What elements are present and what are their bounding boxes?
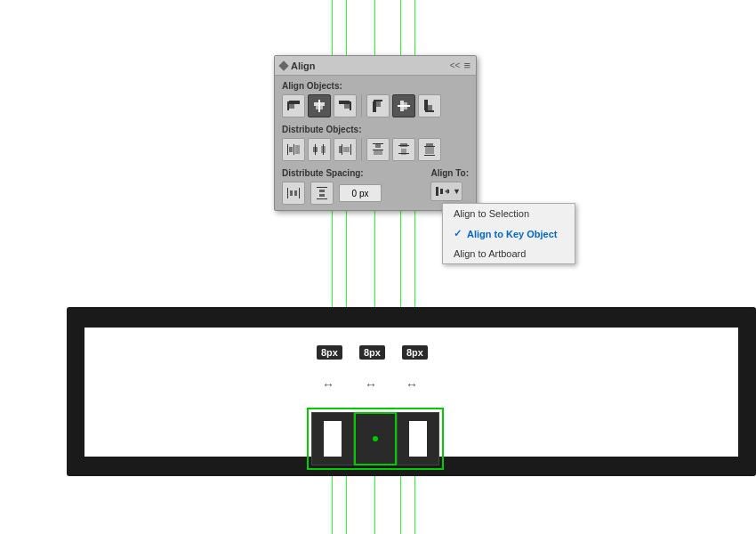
align-to-artboard-label: Align to Artboard — [454, 248, 526, 259]
svg-rect-39 — [424, 155, 435, 156]
diamond-icon — [280, 61, 287, 71]
arrow-3: ↔ — [406, 377, 418, 392]
svg-rect-11 — [373, 101, 376, 112]
rect-inner-3 — [409, 421, 427, 457]
align-to-icon — [433, 182, 453, 201]
svg-rect-18 — [287, 144, 288, 155]
distribute-bottom-button[interactable] — [418, 138, 441, 161]
object-rect-2 — [354, 412, 397, 465]
align-to-artboard-item[interactable]: Align to Artboard — [443, 244, 575, 263]
svg-rect-45 — [294, 190, 297, 196]
rect-inner-1 — [324, 421, 342, 457]
distribute-center-h-button[interactable] — [308, 138, 331, 161]
spacing-row: 0 px — [282, 182, 382, 205]
distribute-objects-buttons — [282, 138, 469, 161]
svg-rect-29 — [343, 147, 350, 152]
px-label-3: 8px — [402, 345, 428, 360]
panel-controls[interactable]: << ≡ — [450, 59, 470, 72]
svg-rect-43 — [299, 188, 300, 198]
align-panel: Align << ≡ Align Objects: — [274, 55, 477, 211]
svg-rect-9 — [374, 100, 382, 101]
svg-rect-46 — [317, 187, 327, 188]
objects-container — [307, 408, 444, 470]
px-label-1: 8px — [317, 345, 342, 360]
object-rect-3 — [397, 412, 439, 465]
svg-rect-50 — [436, 187, 438, 196]
canvas: 8px 8px 8px ↔ ↔ ↔ Align << — [0, 0, 756, 534]
svg-rect-30 — [373, 143, 383, 144]
bottom-row: Distribute Spacing: 0 px Ali — [282, 168, 469, 205]
svg-marker-53 — [445, 189, 448, 194]
svg-rect-44 — [290, 190, 293, 196]
align-left-edges-button[interactable] — [282, 94, 305, 117]
align-to-dropdown-menu: Align to Selection ✓ Align to Key Object… — [442, 203, 575, 264]
svg-rect-32 — [375, 144, 381, 148]
distribute-left-button[interactable] — [282, 138, 305, 161]
svg-rect-4 — [314, 102, 325, 106]
align-objects-label: Align Objects: — [282, 81, 469, 91]
divider-2 — [361, 138, 362, 161]
distribute-center-v-button[interactable] — [392, 138, 415, 161]
align-vertical-centers-button[interactable] — [392, 94, 415, 117]
panel-title-text: Align — [291, 61, 316, 71]
arrow-2: ↔ — [365, 377, 377, 392]
svg-rect-49 — [319, 194, 325, 197]
svg-rect-2 — [289, 101, 300, 104]
svg-rect-48 — [319, 190, 325, 192]
panel-body: Align Objects: — [275, 76, 476, 210]
align-to-dropdown[interactable]: ▼ — [430, 182, 462, 201]
svg-rect-47 — [317, 198, 327, 199]
panel-menu-button[interactable]: ≡ — [463, 59, 470, 72]
align-right-edges-button[interactable] — [334, 94, 357, 117]
divider-1 — [361, 94, 362, 117]
align-to-label: Align To: — [430, 168, 469, 178]
distribute-right-button[interactable] — [334, 138, 357, 161]
panel-title: Align — [280, 61, 316, 71]
dropdown-arrow: ▼ — [453, 187, 461, 196]
svg-rect-28 — [339, 146, 342, 153]
svg-rect-36 — [400, 143, 407, 147]
svg-rect-6 — [350, 101, 351, 110]
svg-rect-5 — [316, 106, 323, 109]
px-label-2: 8px — [359, 345, 385, 360]
svg-rect-17 — [424, 100, 428, 110]
align-to-key-object-item[interactable]: ✓ Align to Key Object — [443, 223, 575, 244]
distribute-objects-label: Distribute Objects: — [282, 125, 469, 134]
svg-rect-37 — [401, 149, 406, 155]
distribute-top-button[interactable] — [366, 138, 390, 161]
spacing-input[interactable]: 0 px — [339, 184, 382, 202]
key-object-dot — [373, 436, 378, 441]
svg-rect-31 — [373, 150, 383, 150]
distribute-spacing-h-button[interactable] — [282, 182, 305, 205]
svg-rect-15 — [425, 110, 434, 112]
svg-rect-13 — [400, 101, 404, 111]
svg-rect-41 — [425, 147, 434, 154]
svg-rect-0 — [287, 101, 289, 110]
svg-rect-24 — [313, 147, 318, 152]
spacing-value: 0 px — [352, 189, 369, 198]
svg-rect-14 — [404, 102, 407, 109]
align-to-key-object-label: Align to Key Object — [467, 229, 557, 239]
svg-rect-33 — [374, 150, 382, 155]
svg-rect-40 — [426, 143, 433, 147]
svg-rect-42 — [287, 188, 288, 198]
svg-rect-19 — [294, 144, 294, 155]
distribute-spacing-v-button[interactable] — [310, 182, 334, 205]
svg-rect-51 — [440, 189, 443, 194]
align-to-selection-item[interactable]: Align to Selection — [443, 204, 575, 223]
svg-rect-20 — [289, 147, 293, 152]
arrow-1: ↔ — [322, 377, 334, 392]
collapse-button[interactable]: << — [450, 61, 461, 70]
align-top-edges-button[interactable] — [366, 94, 390, 117]
object-rect-1 — [311, 412, 354, 465]
check-icon-key-object: ✓ — [454, 228, 462, 239]
panel-titlebar: Align << ≡ — [275, 56, 476, 76]
distribute-spacing-label: Distribute Spacing: — [282, 168, 382, 178]
align-objects-buttons — [282, 94, 469, 117]
align-to-section: Align To: ▼ — [430, 168, 469, 201]
svg-rect-8 — [339, 101, 350, 104]
svg-rect-27 — [350, 144, 351, 155]
svg-rect-25 — [321, 146, 326, 153]
align-bottom-edges-button[interactable] — [418, 94, 441, 117]
align-horizontal-centers-button[interactable] — [308, 94, 331, 117]
